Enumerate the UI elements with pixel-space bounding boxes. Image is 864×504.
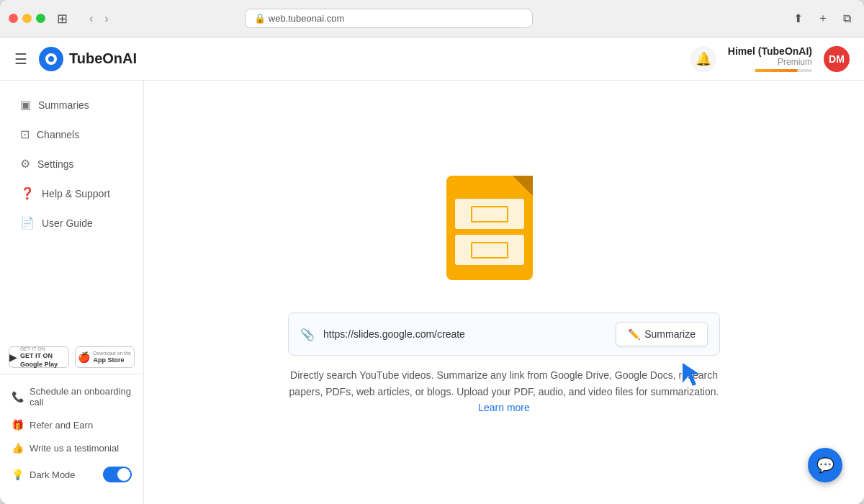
sidebar-label-summaries: Summaries xyxy=(38,99,89,111)
sidebar-item-settings[interactable]: ⚙ Settings xyxy=(6,150,138,178)
google-play-badge[interactable]: ▶ GET IT ON GET IT ON Google Play xyxy=(9,346,69,368)
sidebar-testimonial[interactable]: 👍 Write us a testimonial xyxy=(0,436,143,459)
main-content: 📎 ✏️ Summarize xyxy=(144,81,864,504)
close-button[interactable] xyxy=(9,14,18,23)
sidebar-label-guide: User Guide xyxy=(42,217,93,229)
traffic-lights xyxy=(9,14,45,23)
notification-button[interactable]: 🔔 xyxy=(690,46,716,72)
header-right: 🔔 Himel (TubeOnAI) Premium DM xyxy=(690,45,850,72)
browser-chrome: ⊞ ‹ › 🔒 web.tubeonai.com ⬆ ＋ ⧉ xyxy=(0,0,864,37)
description-text: Directly search YouTube videos. Summariz… xyxy=(288,367,720,415)
hamburger-menu-button[interactable]: ☰ xyxy=(14,50,27,68)
lock-icon: 🔒 xyxy=(254,13,266,24)
back-button[interactable]: ‹ xyxy=(85,9,97,28)
attachment-icon: 📎 xyxy=(300,328,315,341)
browser-nav: ‹ › xyxy=(85,9,113,28)
sidebar-nav: ▣ Summaries ⊡ Channels ⚙ Settings ❓ Help… xyxy=(0,89,143,238)
sidebar-refer[interactable]: 🎁 Refer and Earn xyxy=(0,413,143,436)
app-store-icon: 🍎 xyxy=(78,351,90,363)
sidebar-label-channels: Channels xyxy=(37,129,79,140)
user-info: Himel (TubeOnAI) Premium xyxy=(728,45,812,72)
maximize-button[interactable] xyxy=(36,14,45,23)
phone-icon: 📞 xyxy=(12,391,24,402)
guide-icon: 📄 xyxy=(20,216,35,230)
sidebar-label-settings: Settings xyxy=(37,158,74,170)
url-text: web.tubeonai.com xyxy=(269,13,345,24)
app-store-download-text: Download on the xyxy=(93,350,131,356)
dark-mode-toggle[interactable] xyxy=(103,467,132,482)
app-header: ☰ TubeOnAI 🔔 Himel (TubeOnAI) Premium DM xyxy=(0,37,864,81)
sidebar-item-help-support[interactable]: ❓ Help & Support xyxy=(6,179,138,207)
new-tab-button[interactable]: ＋ xyxy=(813,8,833,29)
logo-icon xyxy=(39,47,63,71)
dark-mode-label: Dark Mode xyxy=(30,469,97,480)
user-plan: Premium xyxy=(778,57,812,67)
google-play-icon: ▶ xyxy=(9,351,17,363)
store-badges: ▶ GET IT ON GET IT ON Google Play 🍎 Down… xyxy=(0,341,143,374)
google-play-label: GET IT ON Google Play xyxy=(20,352,68,369)
summaries-icon: ▣ xyxy=(20,98,31,112)
share-button[interactable]: ⬆ xyxy=(789,8,807,29)
sidebar: ▣ Summaries ⊡ Channels ⚙ Settings ❓ Help… xyxy=(0,81,144,504)
sidebar-label-help: Help & Support xyxy=(42,188,110,199)
refer-label: Refer and Earn xyxy=(30,420,93,431)
help-icon: ❓ xyxy=(20,186,35,200)
chat-fab-button[interactable]: 💬 xyxy=(808,448,842,482)
app-store-badge[interactable]: 🍎 Download on the App Store xyxy=(75,346,135,368)
search-bar: 📎 ✏️ Summarize xyxy=(288,312,720,356)
minimize-button[interactable] xyxy=(22,14,32,23)
google-play-get-text: GET IT ON xyxy=(20,346,68,352)
sidebar-item-summaries[interactable]: ▣ Summaries xyxy=(6,91,138,119)
premium-progress-fill xyxy=(755,69,798,72)
address-bar[interactable]: 🔒 web.tubeonai.com xyxy=(245,9,533,28)
cursor-arrow xyxy=(677,360,706,389)
app-store-label: App Store xyxy=(93,356,131,365)
summarize-label: Summarize xyxy=(644,328,696,340)
learn-more-link[interactable]: Learn more xyxy=(478,402,530,413)
pen-icon: ✏️ xyxy=(628,328,640,340)
search-input[interactable] xyxy=(323,328,607,340)
logo-text: TubeOnAI xyxy=(69,50,137,67)
app-container: ☰ TubeOnAI 🔔 Himel (TubeOnAI) Premium DM xyxy=(0,37,864,504)
testimonial-icon: 👍 xyxy=(12,442,24,454)
premium-progress-bar xyxy=(755,69,812,72)
logo-area: TubeOnAI xyxy=(39,47,137,71)
hero-image xyxy=(446,168,562,291)
sidebar-item-user-guide[interactable]: 📄 User Guide xyxy=(6,209,138,237)
browser-actions: ⬆ ＋ ⧉ xyxy=(789,8,855,29)
sidebar-toggle-button[interactable]: ⊞ xyxy=(53,8,72,30)
channels-icon: ⊡ xyxy=(20,127,30,141)
main-body: ▣ Summaries ⊡ Channels ⚙ Settings ❓ Help… xyxy=(0,81,864,504)
sidebar-footer: 📞 Schedule an onboarding call 🎁 Refer an… xyxy=(0,374,143,495)
user-name: Himel (TubeOnAI) xyxy=(728,45,812,57)
refer-icon: 🎁 xyxy=(12,419,24,431)
sidebar-item-channels[interactable]: ⊡ Channels xyxy=(6,120,138,148)
forward-button[interactable]: › xyxy=(100,9,112,28)
avatar[interactable]: DM xyxy=(824,46,850,72)
onboarding-label: Schedule an onboarding call xyxy=(30,386,132,408)
sidebar-onboarding[interactable]: 📞 Schedule an onboarding call xyxy=(0,380,143,413)
svg-marker-0 xyxy=(683,363,700,386)
settings-icon: ⚙ xyxy=(20,157,30,171)
toggle-thumb xyxy=(117,468,130,481)
dark-mode-icon: 💡 xyxy=(12,469,24,480)
dark-mode-row: 💡 Dark Mode xyxy=(0,459,143,490)
testimonial-label: Write us a testimonial xyxy=(30,443,119,454)
summarize-button[interactable]: ✏️ Summarize xyxy=(616,322,708,346)
sidebar-button[interactable]: ⧉ xyxy=(839,8,855,29)
